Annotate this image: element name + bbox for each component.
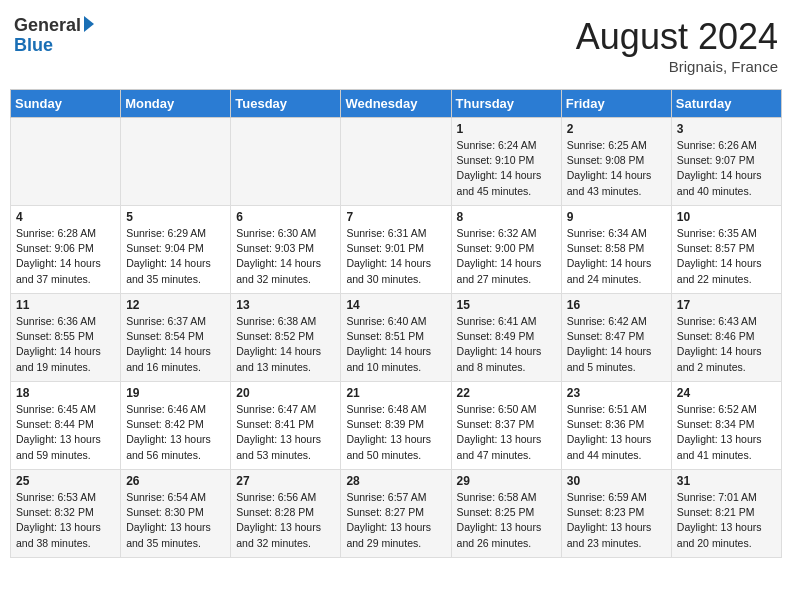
day-info: Sunrise: 6:58 AM Sunset: 8:25 PM Dayligh… (457, 490, 556, 551)
calendar-cell: 5Sunrise: 6:29 AM Sunset: 9:04 PM Daylig… (121, 206, 231, 294)
day-number: 3 (677, 122, 776, 136)
calendar-cell: 9Sunrise: 6:34 AM Sunset: 8:58 PM Daylig… (561, 206, 671, 294)
calendar-header-row: SundayMondayTuesdayWednesdayThursdayFrid… (11, 90, 782, 118)
calendar-cell: 1Sunrise: 6:24 AM Sunset: 9:10 PM Daylig… (451, 118, 561, 206)
calendar-cell: 22Sunrise: 6:50 AM Sunset: 8:37 PM Dayli… (451, 382, 561, 470)
calendar-cell: 15Sunrise: 6:41 AM Sunset: 8:49 PM Dayli… (451, 294, 561, 382)
calendar-cell: 26Sunrise: 6:54 AM Sunset: 8:30 PM Dayli… (121, 470, 231, 558)
day-info: Sunrise: 6:29 AM Sunset: 9:04 PM Dayligh… (126, 226, 225, 287)
day-number: 22 (457, 386, 556, 400)
day-info: Sunrise: 6:35 AM Sunset: 8:57 PM Dayligh… (677, 226, 776, 287)
logo-arrow-icon (84, 16, 94, 32)
logo: General Blue (14, 16, 94, 54)
day-info: Sunrise: 6:57 AM Sunset: 8:27 PM Dayligh… (346, 490, 445, 551)
calendar-cell: 8Sunrise: 6:32 AM Sunset: 9:00 PM Daylig… (451, 206, 561, 294)
calendar-cell: 13Sunrise: 6:38 AM Sunset: 8:52 PM Dayli… (231, 294, 341, 382)
day-info: Sunrise: 6:25 AM Sunset: 9:08 PM Dayligh… (567, 138, 666, 199)
calendar-cell (11, 118, 121, 206)
day-info: Sunrise: 6:56 AM Sunset: 8:28 PM Dayligh… (236, 490, 335, 551)
calendar-cell (231, 118, 341, 206)
day-info: Sunrise: 6:41 AM Sunset: 8:49 PM Dayligh… (457, 314, 556, 375)
day-number: 17 (677, 298, 776, 312)
calendar-cell: 31Sunrise: 7:01 AM Sunset: 8:21 PM Dayli… (671, 470, 781, 558)
day-number: 2 (567, 122, 666, 136)
calendar-cell: 27Sunrise: 6:56 AM Sunset: 8:28 PM Dayli… (231, 470, 341, 558)
day-number: 8 (457, 210, 556, 224)
day-number: 20 (236, 386, 335, 400)
calendar-cell: 3Sunrise: 6:26 AM Sunset: 9:07 PM Daylig… (671, 118, 781, 206)
day-number: 11 (16, 298, 115, 312)
day-number: 25 (16, 474, 115, 488)
month-year-title: August 2024 (576, 16, 778, 58)
calendar-cell: 24Sunrise: 6:52 AM Sunset: 8:34 PM Dayli… (671, 382, 781, 470)
day-number: 9 (567, 210, 666, 224)
calendar-cell (341, 118, 451, 206)
calendar-cell: 29Sunrise: 6:58 AM Sunset: 8:25 PM Dayli… (451, 470, 561, 558)
day-number: 23 (567, 386, 666, 400)
calendar-table: SundayMondayTuesdayWednesdayThursdayFrid… (10, 89, 782, 558)
day-info: Sunrise: 6:59 AM Sunset: 8:23 PM Dayligh… (567, 490, 666, 551)
day-info: Sunrise: 6:26 AM Sunset: 9:07 PM Dayligh… (677, 138, 776, 199)
day-header-wednesday: Wednesday (341, 90, 451, 118)
calendar-cell: 18Sunrise: 6:45 AM Sunset: 8:44 PM Dayli… (11, 382, 121, 470)
day-number: 28 (346, 474, 445, 488)
day-header-monday: Monday (121, 90, 231, 118)
calendar-cell: 17Sunrise: 6:43 AM Sunset: 8:46 PM Dayli… (671, 294, 781, 382)
day-info: Sunrise: 7:01 AM Sunset: 8:21 PM Dayligh… (677, 490, 776, 551)
calendar-cell: 11Sunrise: 6:36 AM Sunset: 8:55 PM Dayli… (11, 294, 121, 382)
day-number: 29 (457, 474, 556, 488)
day-number: 19 (126, 386, 225, 400)
day-header-tuesday: Tuesday (231, 90, 341, 118)
day-info: Sunrise: 6:38 AM Sunset: 8:52 PM Dayligh… (236, 314, 335, 375)
day-number: 7 (346, 210, 445, 224)
day-number: 31 (677, 474, 776, 488)
calendar-week-1: 1Sunrise: 6:24 AM Sunset: 9:10 PM Daylig… (11, 118, 782, 206)
day-header-sunday: Sunday (11, 90, 121, 118)
day-info: Sunrise: 6:50 AM Sunset: 8:37 PM Dayligh… (457, 402, 556, 463)
day-header-thursday: Thursday (451, 90, 561, 118)
day-info: Sunrise: 6:34 AM Sunset: 8:58 PM Dayligh… (567, 226, 666, 287)
day-info: Sunrise: 6:28 AM Sunset: 9:06 PM Dayligh… (16, 226, 115, 287)
page-header: General Blue August 2024 Brignais, Franc… (10, 10, 782, 81)
day-number: 10 (677, 210, 776, 224)
day-number: 21 (346, 386, 445, 400)
calendar-cell: 16Sunrise: 6:42 AM Sunset: 8:47 PM Dayli… (561, 294, 671, 382)
calendar-cell: 20Sunrise: 6:47 AM Sunset: 8:41 PM Dayli… (231, 382, 341, 470)
calendar-cell: 30Sunrise: 6:59 AM Sunset: 8:23 PM Dayli… (561, 470, 671, 558)
day-number: 24 (677, 386, 776, 400)
day-info: Sunrise: 6:42 AM Sunset: 8:47 PM Dayligh… (567, 314, 666, 375)
calendar-week-3: 11Sunrise: 6:36 AM Sunset: 8:55 PM Dayli… (11, 294, 782, 382)
day-info: Sunrise: 6:45 AM Sunset: 8:44 PM Dayligh… (16, 402, 115, 463)
calendar-cell: 19Sunrise: 6:46 AM Sunset: 8:42 PM Dayli… (121, 382, 231, 470)
day-info: Sunrise: 6:46 AM Sunset: 8:42 PM Dayligh… (126, 402, 225, 463)
day-info: Sunrise: 6:36 AM Sunset: 8:55 PM Dayligh… (16, 314, 115, 375)
calendar-cell: 10Sunrise: 6:35 AM Sunset: 8:57 PM Dayli… (671, 206, 781, 294)
location-subtitle: Brignais, France (576, 58, 778, 75)
calendar-cell: 12Sunrise: 6:37 AM Sunset: 8:54 PM Dayli… (121, 294, 231, 382)
calendar-cell: 4Sunrise: 6:28 AM Sunset: 9:06 PM Daylig… (11, 206, 121, 294)
day-number: 15 (457, 298, 556, 312)
day-info: Sunrise: 6:31 AM Sunset: 9:01 PM Dayligh… (346, 226, 445, 287)
day-number: 12 (126, 298, 225, 312)
day-number: 13 (236, 298, 335, 312)
calendar-week-2: 4Sunrise: 6:28 AM Sunset: 9:06 PM Daylig… (11, 206, 782, 294)
calendar-cell: 28Sunrise: 6:57 AM Sunset: 8:27 PM Dayli… (341, 470, 451, 558)
day-info: Sunrise: 6:32 AM Sunset: 9:00 PM Dayligh… (457, 226, 556, 287)
calendar-week-4: 18Sunrise: 6:45 AM Sunset: 8:44 PM Dayli… (11, 382, 782, 470)
day-number: 5 (126, 210, 225, 224)
day-number: 1 (457, 122, 556, 136)
logo-general-text: General (14, 16, 81, 34)
calendar-cell: 21Sunrise: 6:48 AM Sunset: 8:39 PM Dayli… (341, 382, 451, 470)
day-info: Sunrise: 6:24 AM Sunset: 9:10 PM Dayligh… (457, 138, 556, 199)
day-number: 6 (236, 210, 335, 224)
title-section: August 2024 Brignais, France (576, 16, 778, 75)
calendar-cell (121, 118, 231, 206)
calendar-week-5: 25Sunrise: 6:53 AM Sunset: 8:32 PM Dayli… (11, 470, 782, 558)
day-info: Sunrise: 6:47 AM Sunset: 8:41 PM Dayligh… (236, 402, 335, 463)
day-info: Sunrise: 6:40 AM Sunset: 8:51 PM Dayligh… (346, 314, 445, 375)
calendar-cell: 7Sunrise: 6:31 AM Sunset: 9:01 PM Daylig… (341, 206, 451, 294)
day-info: Sunrise: 6:43 AM Sunset: 8:46 PM Dayligh… (677, 314, 776, 375)
day-info: Sunrise: 6:48 AM Sunset: 8:39 PM Dayligh… (346, 402, 445, 463)
calendar-cell: 6Sunrise: 6:30 AM Sunset: 9:03 PM Daylig… (231, 206, 341, 294)
day-number: 27 (236, 474, 335, 488)
